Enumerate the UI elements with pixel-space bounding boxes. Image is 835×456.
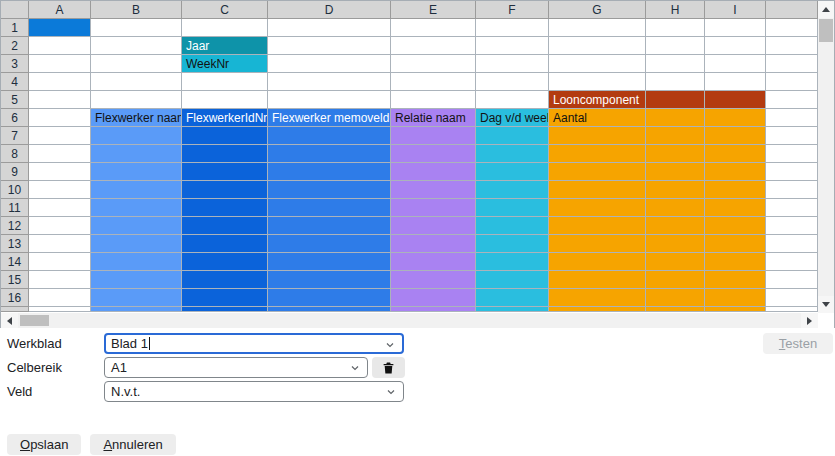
row-header-1[interactable]: 1 (1, 19, 29, 37)
cell-D2[interactable] (268, 37, 391, 55)
cell-F7[interactable] (476, 127, 549, 145)
column-header-A[interactable]: A (29, 1, 91, 19)
cell-G16[interactable] (549, 289, 646, 307)
cell-E14[interactable] (391, 253, 476, 271)
row-header-2[interactable]: 2 (1, 37, 29, 55)
cell-F8[interactable] (476, 145, 549, 163)
row-header-12[interactable]: 12 (1, 217, 29, 235)
cell-extra8[interactable] (766, 145, 818, 163)
cell-extra6[interactable] (766, 109, 818, 127)
cell-I7[interactable] (705, 127, 766, 145)
row-header-16[interactable]: 16 (1, 289, 29, 307)
scroll-right-button[interactable] (801, 313, 818, 328)
cell-H3[interactable] (646, 55, 705, 73)
cell-B4[interactable] (91, 73, 182, 91)
cell-F1[interactable] (476, 19, 549, 37)
cell-B1[interactable] (91, 19, 182, 37)
cell-C15[interactable] (182, 271, 268, 289)
row-header-17[interactable] (1, 307, 29, 312)
cell-A2[interactable] (29, 37, 91, 55)
column-header-F[interactable]: F (476, 1, 549, 19)
cell-C12[interactable] (182, 217, 268, 235)
cell-I6[interactable] (705, 109, 766, 127)
cell-G1[interactable] (549, 19, 646, 37)
cell-D17[interactable] (268, 307, 391, 312)
cell-D14[interactable] (268, 253, 391, 271)
cell-extra5[interactable] (766, 91, 818, 109)
cell-C6[interactable]: FlexwerkerIdNr (182, 109, 268, 127)
cell-E10[interactable] (391, 181, 476, 199)
cell-G5[interactable]: Looncomponent (549, 91, 646, 109)
row-header-13[interactable]: 13 (1, 235, 29, 253)
testen-button[interactable]: Testen (763, 333, 833, 354)
cell-G3[interactable] (549, 55, 646, 73)
row-header-15[interactable]: 15 (1, 271, 29, 289)
grid-corner[interactable] (1, 1, 29, 19)
cell-F13[interactable] (476, 235, 549, 253)
column-header-I[interactable]: I (705, 1, 766, 19)
cell-G11[interactable] (549, 199, 646, 217)
cell-F14[interactable] (476, 253, 549, 271)
cell-B9[interactable] (91, 163, 182, 181)
cell-extra16[interactable] (766, 289, 818, 307)
row-header-10[interactable]: 10 (1, 181, 29, 199)
cell-D4[interactable] (268, 73, 391, 91)
cell-C1[interactable] (182, 19, 268, 37)
cell-extra13[interactable] (766, 235, 818, 253)
cell-A17[interactable] (29, 307, 91, 312)
cell-C9[interactable] (182, 163, 268, 181)
cell-B6[interactable]: Flexwerker naam (91, 109, 182, 127)
cell-E8[interactable] (391, 145, 476, 163)
cell-F9[interactable] (476, 163, 549, 181)
cell-extra9[interactable] (766, 163, 818, 181)
cell-H10[interactable] (646, 181, 705, 199)
row-header-5[interactable]: 5 (1, 91, 29, 109)
cell-E4[interactable] (391, 73, 476, 91)
cell-F10[interactable] (476, 181, 549, 199)
cell-B7[interactable] (91, 127, 182, 145)
cell-G17[interactable] (549, 307, 646, 312)
cell-B11[interactable] (91, 199, 182, 217)
cell-H7[interactable] (646, 127, 705, 145)
cell-B15[interactable] (91, 271, 182, 289)
cell-F12[interactable] (476, 217, 549, 235)
cell-extra2[interactable] (766, 37, 818, 55)
cell-E16[interactable] (391, 289, 476, 307)
cell-D15[interactable] (268, 271, 391, 289)
cell-D8[interactable] (268, 145, 391, 163)
cell-G13[interactable] (549, 235, 646, 253)
cell-I4[interactable] (705, 73, 766, 91)
scroll-down-button[interactable] (818, 296, 834, 313)
cell-H14[interactable] (646, 253, 705, 271)
cell-I9[interactable] (705, 163, 766, 181)
cell-I12[interactable] (705, 217, 766, 235)
scroll-up-button[interactable] (818, 1, 834, 18)
cell-B10[interactable] (91, 181, 182, 199)
vertical-scrollbar[interactable] (818, 1, 834, 313)
cell-A13[interactable] (29, 235, 91, 253)
cell-F11[interactable] (476, 199, 549, 217)
column-header-D[interactable]: D (268, 1, 391, 19)
cell-extra15[interactable] (766, 271, 818, 289)
cell-A12[interactable] (29, 217, 91, 235)
cell-A3[interactable] (29, 55, 91, 73)
horizontal-scrollbar[interactable] (1, 313, 818, 328)
cell-H1[interactable] (646, 19, 705, 37)
cell-A14[interactable] (29, 253, 91, 271)
column-header-C[interactable]: C (182, 1, 268, 19)
vertical-scrollbar-thumb[interactable] (819, 19, 833, 42)
row-header-6[interactable]: 6 (1, 109, 29, 127)
cell-F17[interactable] (476, 307, 549, 312)
cell-C2[interactable]: Jaar (182, 37, 268, 55)
cell-I13[interactable] (705, 235, 766, 253)
cell-A11[interactable] (29, 199, 91, 217)
cell-G14[interactable] (549, 253, 646, 271)
cell-H13[interactable] (646, 235, 705, 253)
scroll-left-button[interactable] (1, 313, 18, 328)
cell-extra12[interactable] (766, 217, 818, 235)
cell-A4[interactable] (29, 73, 91, 91)
cell-E12[interactable] (391, 217, 476, 235)
cell-H11[interactable] (646, 199, 705, 217)
cell-E13[interactable] (391, 235, 476, 253)
veld-combobox[interactable]: N.v.t. (104, 381, 404, 402)
